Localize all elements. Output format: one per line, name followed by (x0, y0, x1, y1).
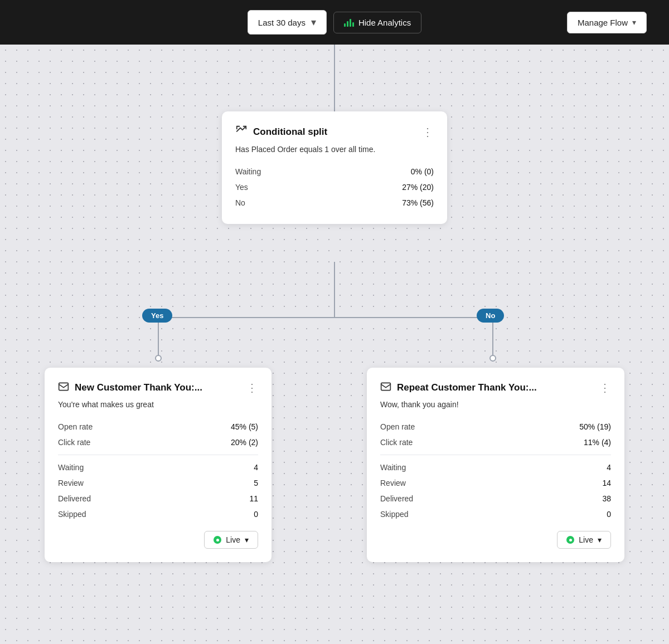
new-chevron-icon: ▾ (245, 535, 249, 544)
split-icon (235, 125, 248, 139)
circle-right (489, 355, 496, 362)
repeat-delivered-row: Delivered 38 (380, 491, 611, 506)
repeat-click-rate-row: Click rate 11% (4) (380, 435, 611, 450)
conditional-split-menu[interactable]: ⋮ (422, 126, 434, 138)
new-card-footer: Live ▾ (58, 531, 258, 549)
repeat-click-rate-value: 11% (4) (584, 438, 611, 447)
new-card-divider (58, 455, 258, 455)
flow-canvas: Conditional split ⋮ Has Placed Order equ… (0, 45, 669, 644)
new-customer-subtitle: You're what makes us great (58, 400, 258, 409)
hide-analytics-label: Hide Analytics (358, 18, 411, 27)
conditional-split-condition: Has Placed Order equals 1 over all time. (235, 145, 434, 154)
new-review-row: Review 5 (58, 475, 258, 491)
repeat-customer-title: Repeat Customer Thank You:... (397, 382, 537, 393)
new-live-label: Live (226, 535, 240, 544)
waiting-value: 0% (0) (411, 167, 434, 176)
repeat-open-rate-value: 50% (19) (579, 422, 611, 431)
bar-chart-icon (344, 18, 354, 27)
circle-left (155, 355, 162, 362)
new-customer-card: New Customer Thank You:... ⋮ You're what… (45, 368, 272, 562)
repeat-open-rate-row: Open rate 50% (19) (380, 419, 611, 435)
dropdown-arrow-icon: ▾ (311, 16, 316, 28)
repeat-open-rate-label: Open rate (380, 422, 415, 431)
new-waiting-row: Waiting 4 (58, 460, 258, 475)
manage-flow-button[interactable]: Manage Flow ▾ (567, 12, 647, 33)
date-range-button[interactable]: Last 30 days ▾ (248, 10, 327, 35)
yes-value: 27% (20) (402, 183, 434, 192)
email-icon-right (380, 381, 391, 394)
repeat-card-divider (380, 455, 611, 455)
repeat-skipped-row: Skipped 0 (380, 506, 611, 522)
connector-top (334, 45, 335, 117)
new-customer-menu[interactable]: ⋮ (246, 382, 258, 393)
stat-row-waiting: Waiting 0% (0) (235, 164, 434, 179)
new-skipped-row: Skipped 0 (58, 506, 258, 522)
new-delivered-row: Delivered 11 (58, 491, 258, 506)
svg-rect-0 (59, 383, 69, 390)
repeat-chevron-icon: ▾ (598, 535, 602, 544)
no-label: No (235, 198, 245, 207)
conditional-split-title: Conditional split (253, 126, 327, 138)
manage-flow-label: Manage Flow (578, 18, 628, 27)
stat-row-no: No 73% (56) (235, 195, 434, 211)
new-customer-live-button[interactable]: Live ▾ (204, 531, 258, 549)
repeat-live-label: Live (579, 535, 593, 544)
new-customer-title: New Customer Thank You:... (75, 382, 202, 393)
manage-flow-arrow-icon: ▾ (632, 18, 636, 27)
yes-badge: Yes (142, 309, 172, 323)
repeat-click-rate-label: Click rate (380, 438, 413, 447)
connector-split-down (334, 262, 335, 318)
repeat-customer-live-button[interactable]: Live ▾ (557, 531, 611, 549)
connector-branch-horizontal (158, 317, 492, 318)
no-value: 73% (56) (402, 198, 434, 207)
conditional-split-card: Conditional split ⋮ Has Placed Order equ… (222, 111, 447, 224)
repeat-waiting-row: Waiting 4 (380, 460, 611, 475)
stat-row-yes: Yes 27% (20) (235, 179, 434, 195)
repeat-customer-subtitle: Wow, thank you again! (380, 400, 611, 409)
email-icon-left (58, 381, 69, 394)
repeat-customer-card: Repeat Customer Thank You:... ⋮ Wow, tha… (367, 368, 624, 562)
no-badge: No (477, 309, 504, 323)
repeat-review-row: Review 14 (380, 475, 611, 491)
header: Last 30 days ▾ Hide Analytics Manage Flo… (0, 0, 669, 45)
date-range-label: Last 30 days (258, 18, 306, 27)
repeat-card-footer: Live ▾ (380, 531, 611, 549)
new-open-rate-label: Open rate (58, 422, 93, 431)
hide-analytics-button[interactable]: Hide Analytics (333, 12, 421, 33)
svg-rect-1 (381, 383, 391, 390)
live-dot-left (214, 536, 221, 544)
new-open-rate-value: 45% (5) (231, 422, 258, 431)
waiting-label: Waiting (235, 167, 261, 176)
new-click-rate-label: Click rate (58, 438, 90, 447)
new-click-rate-value: 20% (2) (231, 438, 258, 447)
live-dot-right (566, 536, 574, 544)
yes-label: Yes (235, 183, 248, 192)
new-open-rate-row: Open rate 45% (5) (58, 419, 258, 435)
repeat-customer-menu[interactable]: ⋮ (599, 382, 611, 393)
new-click-rate-row: Click rate 20% (2) (58, 435, 258, 450)
